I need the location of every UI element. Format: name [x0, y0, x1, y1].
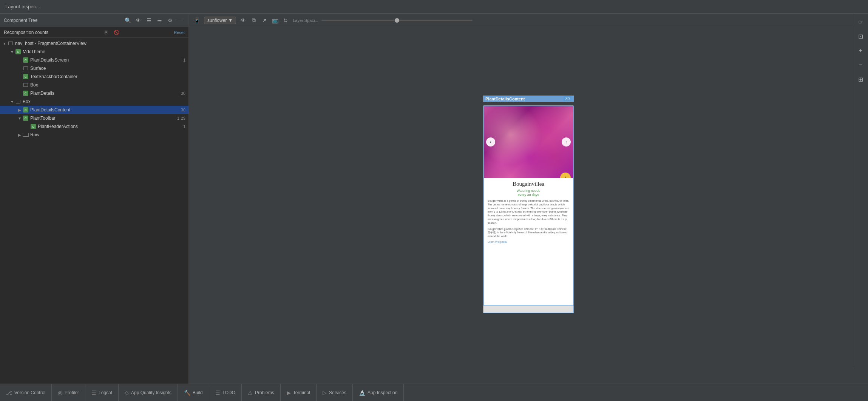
zoom-out-tool[interactable]: − [856, 60, 866, 70]
tree-icon-rect-surface [23, 65, 29, 71]
expand-pt[interactable]: ▼ [17, 115, 23, 121]
bottom-logcat[interactable]: ☰ Logcat [85, 384, 119, 401]
phone-image-area: ‹ ↑ + [484, 106, 573, 178]
bottom-app-inspection[interactable]: 🔬 App Inspection [353, 384, 404, 401]
tree-item-mdc-theme[interactable]: ▼ C MdcTheme [0, 48, 188, 56]
tree-icon-rect [8, 40, 14, 46]
tree-icon-compose-pdc: C [23, 107, 29, 113]
bottom-services[interactable]: ▷ Services [317, 384, 353, 401]
logcat-label: Logcat [99, 390, 112, 395]
nav-share-button[interactable]: ↑ [562, 137, 571, 147]
tree-item-text-snackbar[interactable]: C TextSnackbarContainer [0, 72, 188, 81]
tree-item-plant-header-actions[interactable]: C PlantHeaderActions 1 [0, 122, 188, 131]
watering-label: Watering needs [488, 189, 569, 193]
tree-item-box1[interactable]: Box [0, 81, 188, 89]
tree-item-box2[interactable]: ▼ Box [0, 97, 188, 106]
app-inspection-icon: 🔬 [359, 390, 365, 396]
logcat-icon: ☰ [91, 390, 96, 396]
block-icon[interactable]: 🚫 [112, 28, 120, 37]
tree-item-nav-host[interactable]: ▼ nav_host - FragmentContainerView [0, 39, 188, 48]
filter-button[interactable]: ☰ [145, 16, 153, 25]
tree-label-box2: Box [23, 99, 188, 104]
tree-count-pds: 1 [183, 58, 185, 62]
tree-icon-rect-box2 [15, 99, 21, 105]
phone-header-label: PlantDetailsContent [485, 97, 525, 101]
cursor-tool[interactable]: ☞ [856, 17, 866, 27]
copy-icon[interactable]: ⎘ [102, 28, 110, 37]
search-button[interactable]: 🔍 [124, 16, 132, 25]
tree-label-plant-toolbar: PlantToolbar [30, 116, 177, 121]
reset-button[interactable]: Reset [174, 30, 185, 35]
plant-content: Bougainvillea Watering needs every 30 da… [484, 178, 573, 246]
tree-count-pt2: 29 [181, 116, 185, 120]
bottom-profiler[interactable]: ◎ Profiler [52, 384, 85, 401]
build-label: Build [193, 390, 203, 395]
window-title: Layout Inspec... [5, 4, 40, 9]
right-toolbar-icons: 👁 ⧉ ↗ 📺 ↻ [239, 16, 290, 25]
sort-button[interactable]: ⚌ [155, 16, 164, 25]
recomposition-label: Recomposition counts [4, 30, 48, 35]
tree-icon-rect-box1 [23, 82, 29, 88]
services-icon: ▷ [323, 390, 327, 396]
panels-tool[interactable]: ⊡ [856, 31, 866, 42]
bottom-version-control[interactable]: ⎇ Version Control [0, 384, 52, 401]
layer-slider-thumb[interactable] [395, 18, 399, 23]
minimize-button[interactable]: — [176, 16, 185, 25]
fit-tool[interactable]: ⊞ [856, 74, 866, 85]
profiler-label: Profiler [65, 390, 79, 395]
nav-arrow-left[interactable]: ‹ [486, 137, 495, 147]
tree-label-plant-details: PlantDetails [30, 91, 181, 96]
tree-count-pd: 30 [181, 91, 185, 96]
plant-link[interactable]: Learn Wikipedia: [488, 241, 569, 243]
overlay-button[interactable]: ⧉ [250, 16, 258, 25]
expand-pdc[interactable]: ▶ [17, 107, 23, 113]
tree-item-surface[interactable]: Surface [0, 64, 188, 72]
watering-days: every 30 days [488, 193, 569, 197]
tree-label-mdc-theme: MdcTheme [23, 49, 188, 54]
bottom-app-quality[interactable]: ◇ App Quality Insights [119, 384, 178, 401]
live-button[interactable]: 📺 [271, 16, 279, 25]
todo-icon: ☰ [215, 390, 220, 396]
device-selector[interactable]: sunflower ▼ [204, 17, 236, 24]
phone-badge-number: 30 [564, 96, 571, 101]
eye-button[interactable]: 👁 [134, 16, 142, 25]
refresh-button[interactable]: ↻ [281, 16, 290, 25]
phone-container: PlantDetailsContent 30 ‹ ↑ + Bougainvill… [483, 105, 574, 313]
tree-item-row[interactable]: ▶ Row [0, 131, 188, 139]
zoom-in-tool[interactable]: + [856, 45, 866, 56]
version-control-label: Version Control [14, 390, 45, 395]
terminal-icon: ▶ [287, 390, 291, 396]
plant-description-2: Bougainvillea glabra simplified Chinese:… [488, 227, 569, 238]
bottom-terminal[interactable]: ▶ Terminal [281, 384, 317, 401]
expand-row[interactable]: ▶ [17, 132, 23, 138]
tree-item-plant-toolbar[interactable]: ▼ C PlantToolbar 1 29 [0, 114, 188, 122]
component-tree-label: Component Tree [4, 18, 37, 23]
build-icon: 🔨 [184, 390, 190, 396]
bottom-build[interactable]: 🔨 Build [178, 384, 209, 401]
settings-button[interactable]: ⚙ [166, 16, 174, 25]
expand-box2[interactable]: ▼ [9, 99, 15, 105]
tree-count-pdc: 30 [181, 108, 185, 112]
expand-mdc-theme[interactable]: ▼ [9, 49, 15, 55]
export-button[interactable]: ↗ [260, 16, 269, 25]
app-quality-icon: ◇ [125, 390, 129, 396]
tree-icon-compose-pha: C [30, 123, 36, 130]
expand-nav-host[interactable]: ▼ [2, 40, 8, 46]
tree-item-plant-details-content[interactable]: ▶ C PlantDetailsContent 30 [0, 106, 188, 114]
tree-label-surface: Surface [30, 66, 188, 71]
bottom-problems[interactable]: ⚠ Problems [242, 384, 281, 401]
tree-icon-compose-mdc: C [15, 49, 21, 55]
version-control-icon: ⎇ [6, 390, 12, 396]
layer-slider-track[interactable] [321, 20, 473, 21]
app-quality-label: App Quality Insights [131, 390, 171, 395]
problems-icon: ⚠ [248, 390, 253, 396]
component-toolbar: Component Tree 🔍 👁 ☰ ⚌ ⚙ — [0, 14, 188, 27]
tree-item-plant-details-screen[interactable]: C PlantDetailsScreen 1 [0, 56, 188, 64]
tree-item-plant-details[interactable]: C PlantDetails 30 [0, 89, 188, 97]
eye-overlay-button[interactable]: 👁 [239, 16, 247, 25]
component-toolbar-icons: 🔍 👁 ☰ ⚌ ⚙ — [124, 16, 185, 25]
todo-label: TODO [222, 390, 235, 395]
recomposition-bar: Recomposition counts ⎘ 🚫 Reset [0, 27, 188, 38]
bottom-todo[interactable]: ☰ TODO [209, 384, 242, 401]
right-panel: 📱 sunflower ▼ 👁 ⧉ ↗ 📺 ↻ Layer Spaci... [189, 14, 868, 384]
